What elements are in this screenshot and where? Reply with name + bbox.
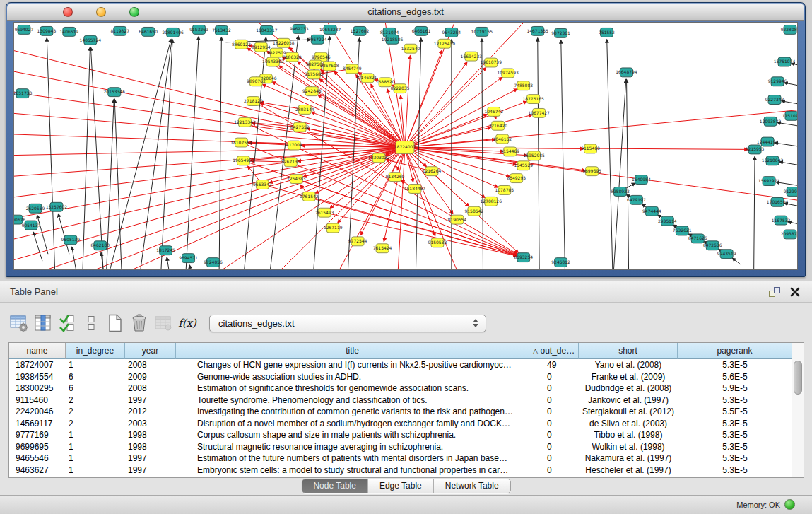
graph-node[interactable]: 20891406 <box>162 28 184 37</box>
graph-node[interactable]: 9129947 <box>784 187 797 197</box>
tab-node-table[interactable]: Node Table <box>302 479 367 493</box>
graph-node[interactable]: 10974593 <box>498 69 519 78</box>
graph-node[interactable]: 1817245 <box>156 246 175 255</box>
graph-node[interactable]: 9643254 <box>442 28 461 37</box>
table-row[interactable]: 977716911998Corpus callosum shape and si… <box>9 429 804 441</box>
graph-node[interactable]: 10543362 <box>262 57 284 66</box>
graph-node[interactable]: 417004 <box>286 141 302 150</box>
column-header-pagerank[interactable]: pagerank <box>678 343 792 359</box>
column-header-short[interactable]: short <box>579 343 678 359</box>
delete-trash-button[interactable] <box>127 312 151 334</box>
graph-node[interactable]: 9115460 <box>581 144 600 153</box>
network-window-titlebar[interactable]: citations_edges.txt <box>7 4 804 21</box>
column-header-year[interactable]: year <box>125 343 176 359</box>
table-row[interactable]: 911546021997Tourette syndrome. Phenomeno… <box>9 395 804 407</box>
graph-node[interactable]: 15257602 <box>46 202 68 211</box>
graph-node[interactable]: 9772544 <box>348 237 367 246</box>
graph-node[interactable]: 9462733 <box>290 24 309 33</box>
graph-node[interactable]: 19610739 <box>481 58 502 67</box>
graph-node[interactable]: 8462100 <box>90 241 110 250</box>
graph-node[interactable]: 9474444 <box>642 206 661 216</box>
graph-node[interactable]: 9243519 <box>717 250 736 259</box>
graph-node[interactable]: 3216420 <box>488 121 507 130</box>
graph-node[interactable]: 9054137 <box>22 221 41 230</box>
graph-node[interactable]: 18303022 <box>368 153 390 163</box>
graph-node[interactable]: 15952985 <box>523 151 545 160</box>
graph-node[interactable]: 8860123 <box>232 40 251 49</box>
graph-node[interactable]: 8427552 <box>290 122 310 132</box>
graph-node[interactable]: 8472636 <box>703 241 722 250</box>
graph-node[interactable]: 12125439 <box>434 39 456 48</box>
import-table-button[interactable] <box>151 312 175 334</box>
graph-node[interactable]: 1751074 <box>782 111 797 120</box>
column-visibility-button[interactable] <box>31 312 55 334</box>
select-columns-button[interactable] <box>55 312 79 334</box>
graph-node[interactable]: 9228086 <box>781 25 797 34</box>
graph-node[interactable]: 7485083 <box>514 81 533 90</box>
function-builder-button[interactable]: f(x) <box>175 312 199 334</box>
graph-node[interactable]: 2867608 <box>320 62 339 71</box>
graph-node[interactable]: 1216264 <box>423 167 442 176</box>
graph-node[interactable]: 1046162 <box>493 134 512 144</box>
table-row[interactable]: 1938455462009Genome-wide association stu… <box>9 371 804 383</box>
graph-node[interactable]: 9129946 <box>768 77 787 86</box>
graph-node[interactable]: 15184457 <box>404 185 426 194</box>
graph-node[interactable]: 1527602 <box>351 26 370 35</box>
graph-node[interactable]: 9245012 <box>551 258 570 267</box>
graph-node[interactable]: 9267119 <box>324 223 343 233</box>
graph-node[interactable]: 18226058 <box>273 38 295 47</box>
graph-hub-node[interactable]: 18724007 <box>394 141 416 154</box>
graph-node[interactable]: 9150542 <box>465 206 484 216</box>
graph-node[interactable]: 7957224 <box>308 35 327 44</box>
graph-node[interactable]: 8215953 <box>746 145 765 154</box>
graph-node[interactable]: 2620659 <box>26 204 45 213</box>
graph-node[interactable]: 14671355 <box>526 26 548 35</box>
graph-node[interactable]: 14055724 <box>80 35 102 45</box>
graph-node[interactable]: 17016504 <box>767 197 789 206</box>
graph-node[interactable]: 8119827 <box>110 26 129 35</box>
graph-node[interactable]: 9146821 <box>358 74 377 83</box>
graph-node[interactable]: 10653287 <box>319 25 341 34</box>
graph-node[interactable]: 10719155 <box>471 27 493 36</box>
table-row[interactable]: 1456911722003Disruption of a novel membe… <box>9 418 804 430</box>
table-row[interactable]: 1830029562008Estimation of significance … <box>9 382 804 395</box>
table-row[interactable]: 2242004622012Investigating the contribut… <box>9 406 804 418</box>
graph-node[interactable]: 16210643 <box>762 156 784 165</box>
column-header-in_degree[interactable]: in_degree <box>66 343 125 359</box>
graph-node[interactable]: 8549293 <box>507 174 526 183</box>
graph-node[interactable]: 9153269 <box>189 25 208 34</box>
graph-node[interactable]: 1046742 <box>484 107 503 116</box>
graph-node[interactable]: 9694571 <box>179 254 198 263</box>
graph-node[interactable]: 9694027 <box>15 25 34 34</box>
graph-node[interactable]: 19654903 <box>233 156 254 165</box>
graph-node[interactable]: 7615493 <box>315 208 334 217</box>
graph-node[interactable]: 16694233 <box>461 52 483 61</box>
graph-node[interactable]: 1332540 <box>401 44 420 53</box>
graph-node[interactable]: 6466161 <box>412 26 431 35</box>
close-panel-icon[interactable] <box>789 286 801 298</box>
graph-node[interactable]: 1167533 <box>772 216 791 225</box>
column-header-name[interactable]: name <box>9 343 66 359</box>
graph-node[interactable]: 6461650 <box>139 27 158 36</box>
row-selection-button[interactable] <box>79 312 103 334</box>
tab-edge-table[interactable]: Edge Table <box>367 479 433 493</box>
table-scrollbar[interactable] <box>792 343 804 477</box>
table-row[interactable]: 1872400712008Changes of HCN gene express… <box>9 359 804 371</box>
graph-node[interactable]: 2803144 <box>295 105 314 114</box>
graph-node[interactable]: 751552 <box>599 28 615 37</box>
graph-node[interactable]: 16043317 <box>256 25 278 35</box>
table-settings-button[interactable] <box>7 312 31 334</box>
graph-node[interactable]: 7513432 <box>212 25 231 35</box>
graph-node[interactable]: 9134260 <box>386 173 405 182</box>
graph-node[interactable]: 9150533 <box>428 238 447 247</box>
graph-node[interactable]: 9242848 <box>302 87 322 96</box>
graph-node[interactable]: 1078705 <box>495 186 514 195</box>
graph-node[interactable]: 15692971 <box>758 177 780 186</box>
table-row[interactable]: 969969511998Structural magnetic resonanc… <box>9 441 804 453</box>
graph-node[interactable]: 9653342 <box>253 180 272 189</box>
tab-network-table[interactable]: Network Table <box>433 479 510 493</box>
graph-node[interactable]: 20153346 <box>104 88 126 97</box>
graph-node[interactable]: 1640954 <box>632 175 651 185</box>
graph-node[interactable]: 16648794 <box>616 68 637 77</box>
table-row[interactable]: 946554611997Estimation of the future num… <box>9 452 804 465</box>
